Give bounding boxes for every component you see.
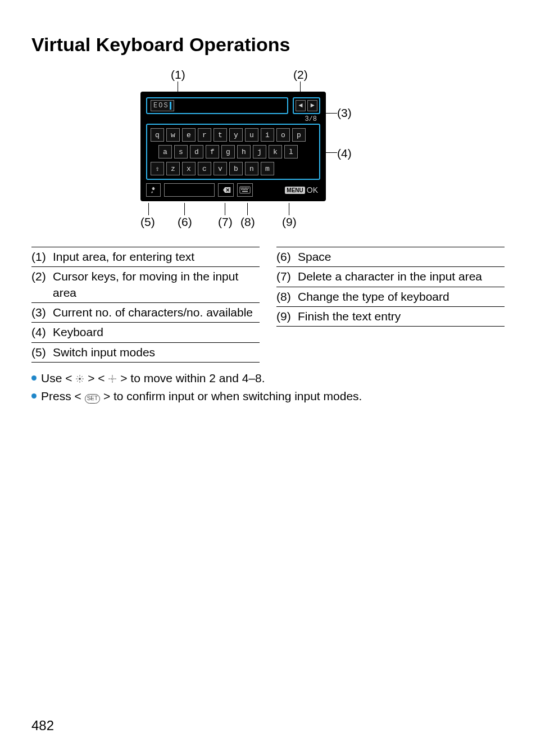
input-value: EOS [153, 102, 169, 110]
legend-num: (4) [31, 324, 53, 340]
note-line-2: Press < SET > to confirm input or when s… [31, 387, 505, 405]
callout-4: (4) [337, 147, 352, 160]
svg-point-15 [112, 378, 113, 379]
legend-num: (1) [31, 249, 53, 265]
key-q[interactable]: q [151, 128, 164, 142]
multicontroller-8way-icon [75, 374, 84, 383]
svg-rect-10 [244, 189, 245, 190]
space-key[interactable] [164, 183, 215, 197]
key-h[interactable]: h [237, 145, 251, 159]
svg-rect-7 [248, 188, 249, 189]
note-text: > to confirm input or when switching inp… [103, 390, 362, 402]
note-line-1: Use < > < > to move within 2 and 4–8. [31, 369, 505, 387]
keyboard-row-3: ⇧ z x c v b n m [151, 162, 316, 175]
legend-text: Switch input modes [53, 345, 260, 360]
key-b[interactable]: b [229, 162, 243, 175]
legend-num: (6) [276, 249, 298, 265]
cursor-right-icon[interactable]: ► [307, 100, 317, 111]
key-f[interactable]: f [206, 145, 219, 159]
legend-num: (7) [276, 269, 298, 284]
key-d[interactable]: d [190, 145, 203, 159]
keyboard-icon [239, 186, 251, 194]
legend-text: Change the type of keyboard [298, 289, 505, 305]
key-y[interactable]: y [229, 128, 243, 142]
callout-7: (7) [218, 215, 233, 229]
callout-3: (3) [337, 106, 352, 120]
keyboard-device: EOS ◄ ► 3/8 q w e r t y u i [140, 92, 326, 201]
backspace-icon [220, 186, 231, 194]
svg-rect-9 [243, 189, 244, 190]
key-n[interactable]: n [245, 162, 258, 175]
keyboard-row-1: q w e r t y u i o p [151, 128, 316, 142]
key-x[interactable]: x [182, 162, 196, 175]
key-z[interactable]: z [166, 162, 180, 175]
callout-8: (8) [240, 215, 255, 229]
legend-num: (3) [31, 305, 53, 320]
legend-right: (6)Space (7)Delete a character in the in… [276, 247, 505, 363]
key-t[interactable]: t [214, 128, 227, 142]
key-v[interactable]: v [214, 162, 227, 175]
key-l[interactable]: l [284, 145, 298, 159]
keyboard-row-2: a s d f g h j k l [158, 145, 316, 159]
cursor-left-icon[interactable]: ◄ [296, 100, 306, 111]
svg-rect-13 [242, 191, 248, 192]
input-mode-icon: # [149, 185, 158, 194]
key-a[interactable]: a [158, 145, 172, 159]
keyboard-type-key[interactable] [237, 183, 253, 197]
legend-text: Delete a character in the input area [298, 269, 505, 284]
legend-text: Finish the text entry [298, 309, 505, 324]
legend-num: (2) [31, 269, 53, 301]
svg-rect-4 [244, 188, 245, 189]
delete-key[interactable] [218, 183, 234, 197]
key-c[interactable]: c [198, 162, 211, 175]
legend-text: Cursor keys, for moving in the input are… [53, 269, 260, 301]
ok-label: OK [307, 185, 318, 194]
key-r[interactable]: r [198, 128, 211, 142]
callout-1: (1) [171, 68, 185, 82]
svg-rect-8 [241, 189, 242, 190]
legend-text: Keyboard [53, 324, 260, 340]
key-j[interactable]: j [253, 145, 266, 159]
input-mode-switch[interactable]: # [146, 183, 161, 197]
callout-5: (5) [140, 215, 155, 229]
input-area[interactable]: EOS [146, 97, 288, 114]
menu-ok[interactable]: MENU OK [283, 183, 320, 197]
legend: (1)Input area, for entering text (2)Curs… [31, 247, 505, 363]
svg-rect-6 [247, 188, 248, 189]
svg-rect-3 [242, 188, 243, 189]
note-text: > to move within 2 and 4–8. [120, 372, 265, 384]
key-u[interactable]: u [245, 128, 258, 142]
legend-text: Space [298, 249, 505, 265]
cursor-keys[interactable]: ◄ ► [293, 97, 320, 114]
menu-label: MENU [285, 187, 305, 194]
legend-text: Current no. of characters/no. available [53, 305, 260, 320]
key-g[interactable]: g [221, 145, 235, 159]
legend-num: (9) [276, 309, 298, 324]
key-m[interactable]: m [261, 162, 274, 175]
svg-point-14 [79, 378, 81, 380]
pending-text: EOS [151, 100, 174, 111]
callout-2: (2) [293, 68, 308, 82]
multicontroller-4way-icon [108, 374, 117, 383]
keyboard[interactable]: q w e r t y u i o p a s d f g h [146, 124, 320, 180]
callout-6: (6) [178, 215, 192, 229]
key-p[interactable]: p [292, 128, 306, 142]
key-shift[interactable]: ⇧ [151, 162, 164, 175]
key-k[interactable]: k [269, 145, 282, 159]
text-caret [170, 102, 171, 110]
note-text: Press < [41, 390, 81, 402]
svg-rect-2 [241, 188, 242, 189]
note-text: Use < [41, 372, 72, 384]
legend-left: (1)Input area, for entering text (2)Curs… [31, 247, 260, 363]
page-number: 482 [31, 718, 54, 734]
svg-rect-12 [247, 189, 248, 190]
key-o[interactable]: o [276, 128, 290, 142]
key-w[interactable]: w [166, 128, 180, 142]
bullet-icon [31, 393, 37, 399]
key-e[interactable]: e [182, 128, 196, 142]
key-i[interactable]: i [261, 128, 274, 142]
figure: (1) (2) (3) (4) (5) (6) (7) (8) (9) EOS [31, 68, 505, 231]
set-button-icon: SET [85, 394, 100, 404]
svg-rect-11 [246, 189, 247, 190]
key-s[interactable]: s [174, 145, 188, 159]
